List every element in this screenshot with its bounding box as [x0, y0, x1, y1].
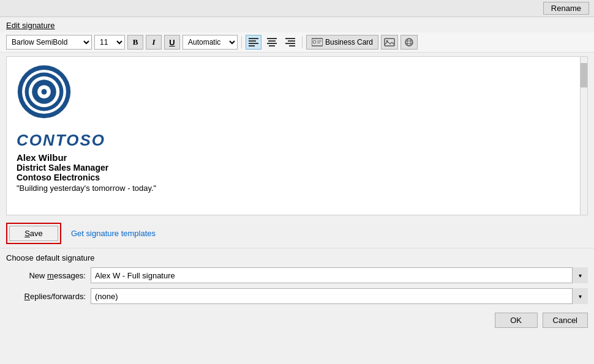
- signature-name: Alex Wilbur: [17, 152, 577, 163]
- align-center-button[interactable]: [264, 35, 280, 50]
- insert-hyperlink-button[interactable]: [400, 35, 418, 50]
- svg-rect-5: [268, 40, 276, 42]
- svg-rect-2: [249, 43, 258, 44]
- svg-rect-1: [249, 40, 256, 42]
- bottom-bar: OK Cancel: [0, 309, 594, 332]
- signature-quote: "Building yesterday's tomorrow - today.": [17, 184, 577, 193]
- align-right-button[interactable]: [282, 35, 298, 50]
- new-messages-label: New messages:: [6, 271, 86, 280]
- new-messages-select[interactable]: Alex W - Full signature: [91, 267, 588, 283]
- svg-rect-13: [313, 40, 316, 43]
- business-card-label: Business Card: [325, 38, 373, 46]
- insert-picture-button[interactable]: [381, 35, 398, 50]
- separator-1: [241, 36, 242, 48]
- ok-button[interactable]: OK: [495, 313, 538, 328]
- svg-rect-6: [267, 43, 277, 44]
- font-family-select[interactable]: Barlow SemiBold: [6, 35, 92, 50]
- cancel-button[interactable]: Cancel: [543, 313, 588, 328]
- svg-rect-9: [288, 40, 295, 42]
- save-area: Save Get signature templates: [0, 219, 594, 248]
- font-color-select[interactable]: Automatic: [182, 35, 238, 50]
- business-card-button[interactable]: Business Card: [306, 35, 378, 50]
- save-button-highlight: Save: [6, 223, 61, 244]
- contoso-logo: [17, 64, 577, 125]
- underline-button[interactable]: U: [164, 35, 180, 50]
- signature-title: District Sales Manager: [17, 163, 577, 173]
- italic-button[interactable]: I: [146, 35, 162, 50]
- scrollbar-thumb[interactable]: [581, 63, 587, 87]
- svg-point-19: [407, 39, 411, 46]
- svg-rect-7: [269, 45, 275, 46]
- align-center-icon: [267, 38, 277, 46]
- svg-rect-3: [249, 45, 255, 46]
- get-templates-link[interactable]: Get signature templates: [71, 229, 156, 238]
- choose-default-label: Choose default signature: [6, 253, 95, 262]
- separator-2: [302, 36, 303, 48]
- align-right-icon: [285, 38, 295, 46]
- svg-rect-16: [385, 39, 394, 46]
- formatting-toolbar: Barlow SemiBold 11 B I U Automatic: [0, 32, 594, 53]
- svg-rect-10: [285, 43, 295, 44]
- svg-rect-8: [285, 38, 295, 39]
- contoso-circle-logo: [17, 64, 72, 119]
- signature-editor[interactable]: CONTOSO Alex Wilbur District Sales Manag…: [6, 56, 588, 215]
- choose-default-section: Choose default signature: [0, 248, 594, 265]
- svg-point-28: [42, 89, 47, 95]
- font-size-select[interactable]: 11: [94, 35, 125, 50]
- business-card-icon: [312, 38, 323, 46]
- save-button[interactable]: Save: [9, 226, 58, 241]
- contoso-brand-text: CONTOSO: [17, 131, 577, 150]
- align-left-button[interactable]: [246, 35, 261, 50]
- insert-picture-icon: [384, 37, 395, 47]
- svg-point-18: [405, 39, 413, 46]
- rename-button[interactable]: Rename: [543, 2, 589, 15]
- replies-label: Replies/forwards:: [6, 292, 86, 301]
- svg-rect-12: [312, 39, 323, 46]
- svg-rect-11: [289, 45, 295, 46]
- editor-scrollbar[interactable]: [580, 57, 587, 215]
- bold-button[interactable]: B: [127, 35, 143, 50]
- new-messages-row: New messages: Alex W - Full signature ▾: [0, 265, 594, 286]
- replies-select[interactable]: (none): [91, 288, 588, 304]
- edit-signature-label: Edit signature: [6, 21, 55, 30]
- svg-rect-4: [267, 38, 277, 39]
- svg-rect-0: [249, 38, 258, 39]
- edit-signature-section: Edit signature: [0, 17, 594, 32]
- replies-select-wrapper: (none) ▾: [91, 288, 588, 304]
- replies-row: Replies/forwards: (none) ▾: [0, 286, 594, 306]
- new-messages-select-wrapper: Alex W - Full signature ▾: [91, 267, 588, 283]
- align-left-icon: [249, 38, 258, 46]
- insert-hyperlink-icon: [404, 37, 415, 47]
- signature-company: Contoso Electronics: [17, 173, 577, 182]
- top-bar: Rename: [0, 0, 594, 17]
